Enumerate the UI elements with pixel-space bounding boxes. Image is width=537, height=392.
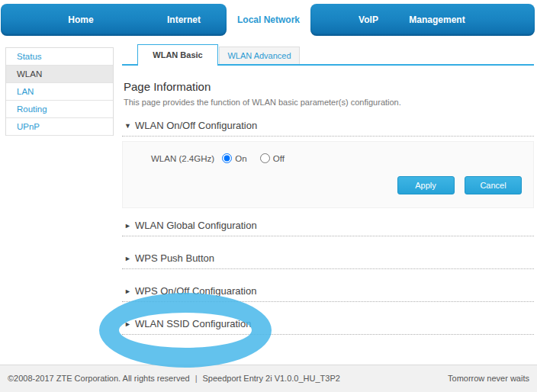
section-list: ▼WLAN On/Off Configuration WLAN (2.4GHz)… — [122, 120, 534, 335]
sidebar-item-status[interactable]: Status — [6, 48, 113, 66]
expand-arrow-icon: ► — [124, 220, 135, 232]
tab-wlan-basic[interactable]: WLAN Basic — [137, 44, 218, 66]
wlan-onoff-radio-group: On Off — [222, 153, 295, 163]
section-wps-push-button: ►WPS Push Button — [122, 252, 534, 269]
section-header-wps-onoff[interactable]: ►WPS On/Off Configuaration — [122, 285, 534, 302]
section-wps-onoff: ►WPS On/Off Configuaration — [122, 285, 534, 302]
firmware-version: Speedport Entry 2i V1.0.0_HU_T3P2 — [202, 374, 339, 383]
wlan-off-radio[interactable] — [260, 153, 270, 163]
page-title: Page Information — [124, 80, 534, 93]
section-header-wlan-ssid[interactable]: ►WLAN SSID Configuration — [122, 318, 534, 335]
radio-label-on: On — [235, 154, 246, 163]
section-wlan-onoff: ▼WLAN On/Off Configuration WLAN (2.4GHz)… — [122, 120, 534, 208]
section-title: WLAN Global Configuration — [135, 220, 257, 231]
collapse-arrow-icon: ▼ — [124, 120, 135, 132]
section-wlan-global: ►WLAN Global Configuration — [122, 220, 534, 236]
apply-button[interactable]: Apply — [397, 176, 455, 194]
wlan-toggle-row: WLAN (2.4GHz) On Off — [134, 153, 522, 163]
sidebar-item-routing[interactable]: Routing — [6, 101, 113, 118]
router-admin-page: Home Internet Local Network VoIP Managem… — [0, 0, 537, 392]
wlan-tab-bar: WLAN Basic WLAN Advanced — [122, 44, 534, 66]
nav-item-voip[interactable]: VoIP — [330, 4, 407, 36]
nav-item-management[interactable]: Management — [399, 4, 475, 36]
footer-slogan: Tomorrow never waits — [448, 365, 529, 392]
footer-left: ©2008-2017 ZTE Corporation. All rights r… — [8, 365, 340, 392]
wlan-onoff-panel: WLAN (2.4GHz) On Off Apply Cancel — [122, 141, 534, 208]
radio-option-off[interactable]: Off — [260, 154, 285, 163]
page-description: This page provides the function of WLAN … — [124, 98, 534, 107]
radio-label-off: Off — [273, 154, 285, 163]
wlan-on-radio[interactable] — [222, 153, 232, 163]
section-header-wlan-onoff[interactable]: ▼WLAN On/Off Configuration — [122, 120, 534, 137]
main-content: WLAN Basic WLAN Advanced Page Informatio… — [122, 44, 534, 351]
section-title: WLAN On/Off Configuration — [135, 120, 257, 131]
section-header-wps-push-button[interactable]: ►WPS Push Button — [122, 252, 534, 269]
expand-arrow-icon: ► — [124, 318, 135, 330]
copyright-text: ©2008-2017 ZTE Corporation. All rights r… — [8, 374, 190, 383]
nav-item-local-network[interactable]: Local Network — [226, 4, 311, 36]
expand-arrow-icon: ► — [124, 252, 135, 265]
expand-arrow-icon: ► — [124, 285, 135, 297]
footer: ©2008-2017 ZTE Corporation. All rights r… — [0, 365, 537, 392]
section-title: WPS Push Button — [135, 252, 214, 264]
section-header-wlan-global[interactable]: ►WLAN Global Configuration — [122, 220, 534, 236]
sidebar-item-lan[interactable]: LAN — [6, 83, 113, 101]
button-row: Apply Cancel — [134, 176, 522, 194]
nav-item-internet[interactable]: Internet — [146, 4, 222, 36]
section-title: WPS On/Off Configuaration — [135, 285, 256, 297]
section-wlan-ssid: ►WLAN SSID Configuration — [122, 318, 534, 335]
cancel-button[interactable]: Cancel — [465, 176, 522, 194]
sidebar-item-wlan[interactable]: WLAN — [6, 66, 113, 83]
footer-separator: | — [195, 374, 198, 383]
sidebar-item-upnp[interactable]: UPnP — [6, 118, 113, 136]
section-title: WLAN SSID Configuration — [135, 318, 251, 329]
tab-wlan-advanced[interactable]: WLAN Advanced — [219, 47, 300, 64]
nav-item-home[interactable]: Home — [43, 4, 119, 36]
wlan-2-4ghz-label: WLAN (2.4GHz) — [134, 154, 220, 163]
radio-option-on[interactable]: On — [222, 154, 246, 163]
top-navigation: Home Internet Local Network VoIP Managem… — [1, 4, 535, 36]
sidebar-menu: Status WLAN LAN Routing UPnP — [5, 47, 114, 136]
